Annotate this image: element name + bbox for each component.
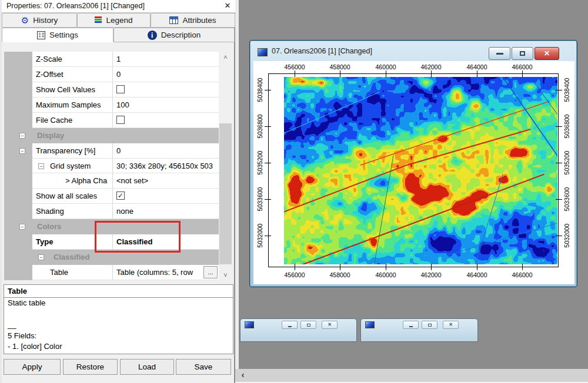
property-row-shading[interactable]: Shadingnone xyxy=(4,204,219,219)
property-value[interactable]: Table (columns: 5, row... xyxy=(113,265,219,280)
checkbox-unchecked[interactable] xyxy=(116,85,125,93)
group-row-classified[interactable]: Classified− xyxy=(4,250,219,265)
save-button[interactable]: Save xyxy=(176,359,231,375)
property-row-table[interactable]: TableTable (columns: 5, row... xyxy=(4,265,219,280)
property-value[interactable] xyxy=(113,113,219,128)
checkbox-unchecked[interactable] xyxy=(116,116,125,124)
scrollbar-up-icon[interactable]: ˄ xyxy=(219,52,232,62)
property-value[interactable]: 30; 336x 280y; 456150x 503 xyxy=(113,159,219,174)
property-value[interactable]: 1 xyxy=(113,52,219,67)
property-row-show-at-all-scales[interactable]: Show at all scales✓ xyxy=(4,189,219,204)
group-row-colors[interactable]: Colors− xyxy=(4,219,219,234)
x-tick-top xyxy=(522,70,523,77)
checkbox-checked[interactable]: ✓ xyxy=(116,192,125,200)
tab-description[interactable]: i Description xyxy=(113,28,235,42)
settings-scrollbar[interactable]: ˄ ˅ xyxy=(219,52,232,280)
x-tick-bottom xyxy=(477,264,477,270)
tab-history[interactable]: ⚙ History xyxy=(2,13,77,28)
property-value[interactable] xyxy=(113,82,219,98)
row-margin xyxy=(4,67,32,82)
close-icon[interactable]: ✕ xyxy=(223,1,232,11)
apply-button[interactable]: Apply xyxy=(4,359,61,375)
property-value[interactable]: 0 xyxy=(113,67,219,82)
map-client-area: 4560004560004580004580004600004600004620… xyxy=(253,61,574,284)
row-margin xyxy=(4,52,32,67)
minimized-map-window-2[interactable]: ✕ xyxy=(360,318,478,342)
scrollbar-down-icon[interactable]: ˅ xyxy=(219,270,232,280)
property-row-maximum-samples[interactable]: Maximum Samples100 xyxy=(4,98,219,113)
property-value[interactable]: Classified xyxy=(113,234,219,250)
property-name: Transparency [%] xyxy=(32,143,113,159)
property-value[interactable]: <not set> xyxy=(113,173,219,189)
property-row-show-cell-values[interactable]: Show Cell Values xyxy=(4,82,219,98)
tab-settings-label: Settings xyxy=(49,31,78,39)
description-title: Table xyxy=(4,285,233,298)
collapse-icon[interactable]: − xyxy=(19,148,25,154)
row-margin xyxy=(4,143,32,159)
mini-minimize-button[interactable] xyxy=(403,321,419,329)
property-row-file-cache[interactable]: File Cache xyxy=(4,113,219,128)
collapse-icon[interactable]: − xyxy=(19,224,25,230)
maximize-icon xyxy=(307,324,310,327)
restore-button[interactable]: Restore xyxy=(63,359,118,375)
property-name: Z-Scale xyxy=(32,52,113,67)
property-row-type[interactable]: TypeClassified xyxy=(4,234,219,250)
x-axis-label-bottom: 466000 xyxy=(505,271,540,278)
property-row-grid-system[interactable]: Grid system30; 336x 280y; 456150x 503− xyxy=(4,159,219,174)
mini-maximize-button[interactable] xyxy=(300,321,316,329)
x-tick-top xyxy=(340,70,340,77)
map-thumbnail-icon xyxy=(245,321,254,328)
property-name: Show Cell Values xyxy=(32,82,113,98)
y-axis-label-right: 5035200 xyxy=(563,145,570,180)
property-value[interactable]: ✓ xyxy=(113,189,219,204)
tab-settings[interactable]: Settings xyxy=(2,28,113,42)
tab-history-label: History xyxy=(33,16,58,25)
property-value[interactable]: none xyxy=(113,204,219,219)
mini-close-button[interactable]: ✕ xyxy=(443,321,459,329)
property-row-z-scale[interactable]: Z-Scale1 xyxy=(4,52,219,67)
load-button[interactable]: Load xyxy=(120,359,174,375)
property-name: File Cache xyxy=(32,113,113,128)
property-name: Table xyxy=(32,265,113,280)
property-row-transparency[interactable]: Transparency [%]0− xyxy=(4,143,219,159)
x-tick-top xyxy=(295,70,295,77)
panel-splitter[interactable] xyxy=(235,0,239,383)
close-icon: ✕ xyxy=(328,322,332,327)
classified-raster-map[interactable] xyxy=(284,77,557,264)
attributes-icon xyxy=(169,16,178,24)
property-value[interactable]: 0 xyxy=(113,143,219,159)
map-window-icon xyxy=(258,48,268,56)
scroll-left-icon[interactable]: ‹ xyxy=(236,369,249,382)
horizontal-scrollbar[interactable]: ‹ xyxy=(235,369,588,382)
x-axis-label-bottom: 464000 xyxy=(459,271,495,278)
description-line: Static table xyxy=(4,298,233,309)
x-axis-label-bottom: 460000 xyxy=(368,271,403,278)
mini-maximize-button[interactable] xyxy=(422,321,437,329)
row-margin xyxy=(4,234,32,250)
minimize-button[interactable] xyxy=(489,47,510,60)
property-row-alpha-cha[interactable]: > Alpha Cha<not set> xyxy=(4,173,219,189)
minimized-map-window-1[interactable]: ✕ xyxy=(240,318,357,342)
scrollbar-thumb[interactable] xyxy=(219,123,232,264)
close-button[interactable]: ✕ xyxy=(534,47,559,60)
ellipsis-button[interactable]: ... xyxy=(203,266,218,278)
group-row-display[interactable]: Display− xyxy=(4,128,219,143)
mini-close-button[interactable]: ✕ xyxy=(322,321,338,329)
tab-legend[interactable]: Legend xyxy=(77,13,151,28)
x-tick-bottom xyxy=(295,264,295,270)
maximize-button[interactable] xyxy=(512,47,533,60)
property-value[interactable]: 100 xyxy=(113,98,219,113)
collapse-icon[interactable]: − xyxy=(19,133,25,139)
tab-attributes[interactable]: Attributes xyxy=(151,13,235,28)
tab-attributes-label: Attributes xyxy=(182,16,216,25)
row-margin xyxy=(4,113,32,128)
row-margin xyxy=(4,159,32,174)
row-margin xyxy=(4,98,32,113)
collapse-icon[interactable]: − xyxy=(38,163,44,169)
minimize-icon xyxy=(496,53,503,55)
mini-minimize-button[interactable] xyxy=(282,321,298,329)
property-name: Show at all scales xyxy=(32,189,113,204)
property-row-z-offset[interactable]: Z-Offset0 xyxy=(4,67,219,82)
collapse-icon[interactable]: − xyxy=(38,254,44,260)
map-window: 07. Orleans2006 [1] [Changed] ✕ 45600045… xyxy=(249,40,577,287)
